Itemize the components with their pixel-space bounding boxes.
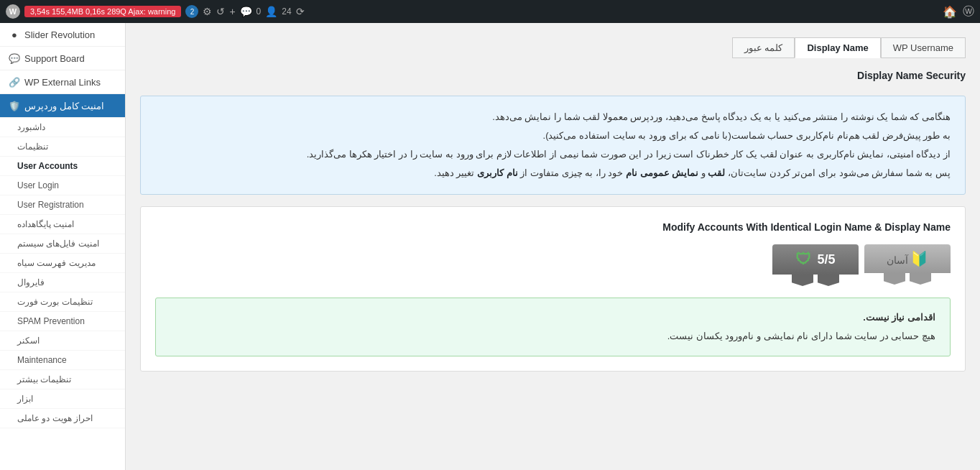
info-mid2: خود را، به چیزی متفاوت از — [518, 167, 626, 178]
section-title: Display Name Security — [140, 70, 966, 87]
sidebar-label-support-board: Support Board — [24, 53, 85, 64]
info-line1: هنگامی که شما یک نوشته را منتشر می‌کنید … — [155, 108, 951, 126]
sidebar-subitem-scanner[interactable]: اسکنر — [0, 331, 125, 351]
info-end: تغییر دهید. — [434, 167, 477, 178]
sidebar-subitem-maintenance[interactable]: Maintenance — [0, 351, 125, 370]
score-value: 5/5 — [817, 252, 835, 267]
sidebar-label-settings: تنظیمات — [17, 142, 48, 152]
sidebar-subitem-user-login[interactable]: User Login — [0, 176, 125, 195]
easy-label: آسان — [887, 254, 908, 266]
notification-badge[interactable]: 2 — [185, 5, 198, 18]
sidebar-subitem-misc-settings[interactable]: تنظیمات بیشتر — [0, 370, 125, 390]
sidebar-subitem-settings[interactable]: تنظیمات — [0, 137, 125, 157]
sidebar-label-firewall: فایروال — [17, 277, 45, 287]
sidebar-label-wp-external-links: WP External Links — [24, 77, 101, 88]
support-board-icon: 💬 — [9, 52, 20, 64]
info-line4: پس به شما سفارش می‌شود برای امن‌تر کردن … — [155, 164, 951, 183]
info-mid: و — [698, 167, 708, 178]
main-content: کلمه عبور Display Name WP Username Displ… — [126, 23, 980, 470]
tab-display-name[interactable]: Display Name — [795, 37, 880, 58]
external-links-icon: 🔗 — [9, 76, 20, 88]
sidebar-label-slider-revolution: Slider Revolution — [24, 29, 95, 40]
shield-gray-icon: 🔰 — [910, 251, 928, 267]
sidebar-subitem-user-accounts[interactable]: User Accounts — [0, 157, 125, 176]
success-line1: اقدامی نیاز نیست. — [170, 308, 935, 327]
sidebar-label-misc-settings: تنظیمات بیشتر — [17, 374, 71, 384]
score-badge-green: 🛡 5/5 — [772, 244, 859, 286]
info-bold-1: لقب — [708, 167, 725, 178]
wp-icon[interactable]: ⓦ — [963, 4, 974, 19]
sidebar-label-maintenance: Maintenance — [17, 355, 67, 365]
sidebar-label-file-security: امنیت فایل‌های سیستم — [17, 239, 99, 249]
sidebar-subitem-2fa[interactable]: احراز هویت دو عاملی — [0, 409, 125, 428]
sidebar-label-blacklist: مدیریت فهرست سیاه — [17, 258, 96, 268]
wp-logo-icon[interactable]: W — [6, 4, 20, 19]
easy-badge-inner: 🔰 آسان — [864, 244, 951, 273]
ribbon-easy-right — [910, 273, 931, 285]
score-badge-easy: 🔰 آسان — [864, 244, 951, 286]
home-icon[interactable]: 🏠 — [943, 5, 957, 19]
tab-password[interactable]: کلمه عبور — [732, 37, 795, 58]
sidebar-subitem-file-security[interactable]: امنیت فایل‌های سیستم — [0, 234, 125, 254]
sync-icon[interactable]: ⟳ — [296, 6, 305, 17]
sidebar-label-2fa: احراز هویت دو عاملی — [17, 413, 93, 423]
badges-row: 🛡 5/5 🔰 آسان — [155, 244, 951, 286]
sidebar-subitem-tools[interactable]: ابزار — [0, 390, 125, 409]
admin-bar-right: 🏠 ⓦ — [943, 4, 974, 19]
sidebar-label-tools: ابزار — [17, 394, 33, 404]
sidebar-label-db-security: امنیت پایگاهداده — [17, 219, 74, 229]
sidebar-label-spam-prevention: SPAM Prevention — [17, 316, 85, 326]
tabs-row: کلمه عبور Display Name WP Username — [140, 37, 966, 58]
sidebar-subitem-blacklist[interactable]: مدیریت فهرست سیاه — [0, 254, 125, 273]
sidebar-subitem-firewall[interactable]: فایروال — [0, 273, 125, 292]
success-line2: هیچ حسابی در سایت شما دارای نام نمایشی و… — [170, 327, 935, 346]
sidebar-item-support-board[interactable]: 💬 Support Board — [0, 47, 125, 70]
admin-bar-left: W 3,54s 155,4MB 0,16s 289Q Ajax: warning… — [6, 4, 938, 19]
admin-bar: W 3,54s 155,4MB 0,16s 289Q Ajax: warning… — [0, 0, 980, 23]
info-line2: به طور پیش‌فرض لقب هم‌نام نام‌کاربری حسا… — [155, 126, 951, 145]
slider-revolution-icon: ● — [9, 29, 20, 40]
ribbon-left — [792, 275, 813, 286]
sidebar-label-wp-security: امنیت کامل وردپرس — [24, 101, 104, 111]
sidebar-item-wp-external-links[interactable]: 🔗 WP External Links — [0, 70, 125, 94]
sidebar: ● Slider Revolution 💬 Support Board 🔗 WP… — [0, 23, 126, 470]
sidebar-subitem-dashboard[interactable]: داشبورد — [0, 118, 125, 137]
info-line3: از دیدگاه امنیتی، نمایش نام‌کاربری به عن… — [155, 145, 951, 164]
sidebar-subitem-user-registration[interactable]: User Registration — [0, 195, 125, 215]
sidebar-subitem-db-security[interactable]: امنیت پایگاهداده — [0, 215, 125, 234]
ribbon-easy-left — [884, 273, 905, 285]
info-line4-pre: پس به شما سفارش می‌شود برای امن‌تر کردن … — [725, 167, 951, 178]
sidebar-item-slider-revolution[interactable]: ● Slider Revolution — [0, 23, 125, 47]
ribbon-right — [818, 275, 839, 286]
success-title: اقدامی نیاز نیست. — [863, 312, 935, 323]
info-bold-3: نام کاربری — [477, 167, 518, 178]
info-box: هنگامی که شما یک نوشته را منتشر می‌کنید … — [140, 96, 966, 195]
success-box: اقدامی نیاز نیست. هیچ حسابی در سایت شما … — [155, 298, 951, 356]
sidebar-label-user-accounts: User Accounts — [17, 161, 78, 171]
layout: ● Slider Revolution 💬 Support Board 🔗 WP… — [0, 23, 980, 470]
score-badge-value: 🛡 5/5 — [772, 244, 859, 275]
card: Modify Accounts With Identical Login Nam… — [140, 206, 966, 372]
user-count: 24 — [282, 6, 291, 17]
sidebar-item-wp-security[interactable]: 🛡️ امنیت کامل وردپرس — [0, 94, 125, 118]
sidebar-subitem-spam-prevention[interactable]: SPAM Prevention — [0, 312, 125, 331]
shield-check-icon: 🛡 — [795, 250, 811, 269]
card-title: Modify Accounts With Identical Login Nam… — [155, 221, 951, 233]
tab-wp-username[interactable]: WP Username — [881, 37, 966, 58]
info-bold-2: نمایش عمومی نام — [626, 167, 698, 178]
sidebar-label-user-registration: User Registration — [17, 200, 84, 210]
new-icon[interactable]: + — [229, 6, 235, 17]
settings-icon[interactable]: ⚙ — [203, 6, 212, 17]
admin-bar-stats: 3,54s 155,4MB 0,16s 289Q Ajax: warning — [24, 6, 181, 17]
sidebar-label-scanner: اسکنر — [17, 336, 40, 346]
refresh-icon[interactable]: ↺ — [216, 6, 225, 17]
user-icon[interactable]: 👤 — [265, 6, 277, 17]
sidebar-subitem-brute-force[interactable]: تنظیمات بورت فورت — [0, 292, 125, 312]
sidebar-label-dashboard: داشبورد — [17, 122, 45, 132]
comment-count: 0 — [256, 6, 262, 17]
comments-icon[interactable]: 💬 — [240, 6, 252, 17]
sidebar-label-brute-force: تنظیمات بورت فورت — [17, 297, 93, 307]
sidebar-label-user-login: User Login — [17, 180, 59, 190]
security-icon: 🛡️ — [9, 100, 20, 111]
